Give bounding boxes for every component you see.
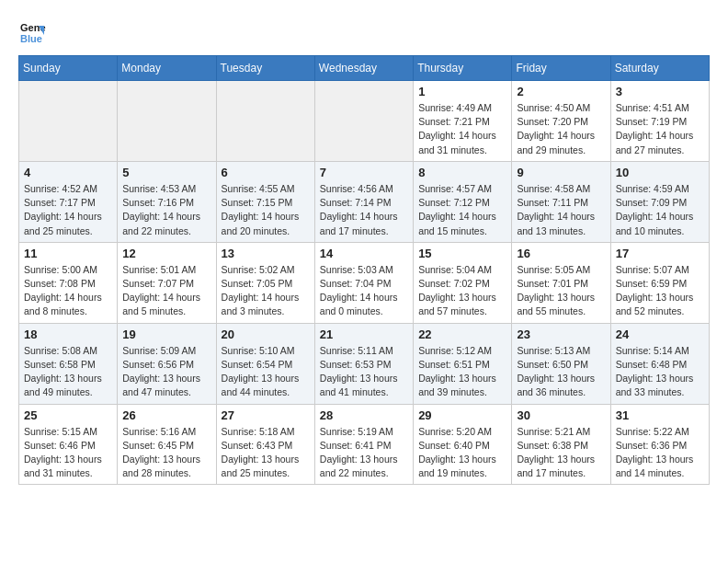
day-info: Sunrise: 5:05 AM Sunset: 7:01 PM Dayligh… xyxy=(517,263,605,319)
day-number: 3 xyxy=(616,85,704,98)
day-info: Sunrise: 4:49 AM Sunset: 7:21 PM Dayligh… xyxy=(418,101,506,157)
calendar-week-row: 25Sunrise: 5:15 AM Sunset: 6:46 PM Dayli… xyxy=(19,404,710,485)
day-number: 28 xyxy=(320,408,408,422)
day-number: 27 xyxy=(222,408,310,422)
logo: General Blue xyxy=(18,18,50,46)
svg-text:Blue: Blue xyxy=(20,33,42,44)
calendar-day-cell: 5Sunrise: 4:53 AM Sunset: 7:16 PM Daylig… xyxy=(118,161,216,242)
weekday-header: Tuesday xyxy=(216,56,314,81)
day-number: 11 xyxy=(24,247,112,260)
calendar-day-cell: 3Sunrise: 4:51 AM Sunset: 7:19 PM Daylig… xyxy=(610,81,709,162)
day-number: 18 xyxy=(24,327,112,341)
day-number: 7 xyxy=(320,166,408,179)
calendar-day-cell: 20Sunrise: 5:10 AM Sunset: 6:54 PM Dayli… xyxy=(216,323,314,404)
calendar-day-cell: 1Sunrise: 4:49 AM Sunset: 7:21 PM Daylig… xyxy=(414,81,512,162)
day-info: Sunrise: 4:59 AM Sunset: 7:09 PM Dayligh… xyxy=(616,182,704,238)
day-info: Sunrise: 5:20 AM Sunset: 6:40 PM Dayligh… xyxy=(418,425,506,481)
calendar-day-cell: 11Sunrise: 5:00 AM Sunset: 7:08 PM Dayli… xyxy=(19,242,118,323)
page-header: General Blue xyxy=(18,18,710,46)
day-info: Sunrise: 4:57 AM Sunset: 7:12 PM Dayligh… xyxy=(418,182,506,238)
day-info: Sunrise: 5:22 AM Sunset: 6:36 PM Dayligh… xyxy=(616,425,704,481)
day-info: Sunrise: 5:13 AM Sunset: 6:50 PM Dayligh… xyxy=(517,344,605,400)
day-info: Sunrise: 5:21 AM Sunset: 6:38 PM Dayligh… xyxy=(517,425,605,481)
day-info: Sunrise: 5:16 AM Sunset: 6:45 PM Dayligh… xyxy=(122,425,210,481)
weekday-header: Saturday xyxy=(610,56,709,81)
day-info: Sunrise: 5:11 AM Sunset: 6:53 PM Dayligh… xyxy=(320,344,408,400)
weekday-header: Monday xyxy=(118,56,216,81)
calendar: SundayMondayTuesdayWednesdayThursdayFrid… xyxy=(18,55,710,485)
day-info: Sunrise: 5:04 AM Sunset: 7:02 PM Dayligh… xyxy=(418,263,506,319)
day-info: Sunrise: 5:09 AM Sunset: 6:56 PM Dayligh… xyxy=(122,344,210,400)
day-number: 20 xyxy=(222,327,310,341)
day-number: 26 xyxy=(122,408,210,422)
day-number: 31 xyxy=(616,408,704,422)
calendar-day-cell: 14Sunrise: 5:03 AM Sunset: 7:04 PM Dayli… xyxy=(314,242,413,323)
weekday-header: Sunday xyxy=(19,56,118,81)
day-number: 1 xyxy=(418,85,506,98)
calendar-day-cell xyxy=(216,81,314,162)
day-info: Sunrise: 5:15 AM Sunset: 6:46 PM Dayligh… xyxy=(24,425,112,481)
calendar-week-row: 18Sunrise: 5:08 AM Sunset: 6:58 PM Dayli… xyxy=(19,323,710,404)
calendar-day-cell: 4Sunrise: 4:52 AM Sunset: 7:17 PM Daylig… xyxy=(19,161,118,242)
day-info: Sunrise: 4:58 AM Sunset: 7:11 PM Dayligh… xyxy=(517,182,605,238)
calendar-week-row: 11Sunrise: 5:00 AM Sunset: 7:08 PM Dayli… xyxy=(19,242,710,323)
day-number: 4 xyxy=(24,166,112,179)
calendar-day-cell: 2Sunrise: 4:50 AM Sunset: 7:20 PM Daylig… xyxy=(512,81,610,162)
calendar-day-cell: 15Sunrise: 5:04 AM Sunset: 7:02 PM Dayli… xyxy=(414,242,512,323)
calendar-day-cell: 22Sunrise: 5:12 AM Sunset: 6:51 PM Dayli… xyxy=(414,323,512,404)
calendar-day-cell xyxy=(314,81,413,162)
weekday-header: Friday xyxy=(512,56,610,81)
calendar-day-cell: 7Sunrise: 4:56 AM Sunset: 7:14 PM Daylig… xyxy=(314,161,413,242)
calendar-day-cell: 10Sunrise: 4:59 AM Sunset: 7:09 PM Dayli… xyxy=(610,161,709,242)
logo-icon: General Blue xyxy=(18,18,46,46)
day-info: Sunrise: 5:03 AM Sunset: 7:04 PM Dayligh… xyxy=(320,263,408,319)
day-info: Sunrise: 4:50 AM Sunset: 7:20 PM Dayligh… xyxy=(517,101,605,157)
day-number: 30 xyxy=(517,408,605,422)
day-number: 8 xyxy=(418,166,506,179)
calendar-day-cell xyxy=(19,81,118,162)
calendar-day-cell: 27Sunrise: 5:18 AM Sunset: 6:43 PM Dayli… xyxy=(216,404,314,485)
calendar-header-row: SundayMondayTuesdayWednesdayThursdayFrid… xyxy=(19,56,710,81)
calendar-week-row: 1Sunrise: 4:49 AM Sunset: 7:21 PM Daylig… xyxy=(19,81,710,162)
calendar-day-cell: 18Sunrise: 5:08 AM Sunset: 6:58 PM Dayli… xyxy=(19,323,118,404)
day-number: 23 xyxy=(517,327,605,341)
day-info: Sunrise: 5:07 AM Sunset: 6:59 PM Dayligh… xyxy=(616,263,704,319)
day-number: 19 xyxy=(122,327,210,341)
day-number: 24 xyxy=(616,327,704,341)
day-info: Sunrise: 4:53 AM Sunset: 7:16 PM Dayligh… xyxy=(122,182,210,238)
day-info: Sunrise: 5:14 AM Sunset: 6:48 PM Dayligh… xyxy=(616,344,704,400)
calendar-day-cell: 6Sunrise: 4:55 AM Sunset: 7:15 PM Daylig… xyxy=(216,161,314,242)
calendar-day-cell: 29Sunrise: 5:20 AM Sunset: 6:40 PM Dayli… xyxy=(414,404,512,485)
day-info: Sunrise: 5:10 AM Sunset: 6:54 PM Dayligh… xyxy=(222,344,310,400)
day-number: 6 xyxy=(222,166,310,179)
day-info: Sunrise: 5:08 AM Sunset: 6:58 PM Dayligh… xyxy=(24,344,112,400)
weekday-header: Wednesday xyxy=(314,56,413,81)
calendar-day-cell: 17Sunrise: 5:07 AM Sunset: 6:59 PM Dayli… xyxy=(610,242,709,323)
day-info: Sunrise: 4:55 AM Sunset: 7:15 PM Dayligh… xyxy=(222,182,310,238)
day-number: 2 xyxy=(517,85,605,98)
day-number: 9 xyxy=(517,166,605,179)
day-number: 14 xyxy=(320,247,408,260)
day-info: Sunrise: 4:52 AM Sunset: 7:17 PM Dayligh… xyxy=(24,182,112,238)
calendar-week-row: 4Sunrise: 4:52 AM Sunset: 7:17 PM Daylig… xyxy=(19,161,710,242)
day-number: 12 xyxy=(122,247,210,260)
calendar-day-cell: 24Sunrise: 5:14 AM Sunset: 6:48 PM Dayli… xyxy=(610,323,709,404)
day-number: 25 xyxy=(24,408,112,422)
day-info: Sunrise: 4:56 AM Sunset: 7:14 PM Dayligh… xyxy=(320,182,408,238)
day-number: 29 xyxy=(418,408,506,422)
calendar-day-cell: 9Sunrise: 4:58 AM Sunset: 7:11 PM Daylig… xyxy=(512,161,610,242)
calendar-day-cell: 21Sunrise: 5:11 AM Sunset: 6:53 PM Dayli… xyxy=(314,323,413,404)
day-info: Sunrise: 5:18 AM Sunset: 6:43 PM Dayligh… xyxy=(222,425,310,481)
day-info: Sunrise: 4:51 AM Sunset: 7:19 PM Dayligh… xyxy=(616,101,704,157)
calendar-day-cell: 25Sunrise: 5:15 AM Sunset: 6:46 PM Dayli… xyxy=(19,404,118,485)
day-info: Sunrise: 5:02 AM Sunset: 7:05 PM Dayligh… xyxy=(222,263,310,319)
day-number: 15 xyxy=(418,247,506,260)
day-number: 22 xyxy=(418,327,506,341)
day-number: 10 xyxy=(616,166,704,179)
weekday-header: Thursday xyxy=(414,56,512,81)
day-number: 5 xyxy=(122,166,210,179)
calendar-day-cell: 28Sunrise: 5:19 AM Sunset: 6:41 PM Dayli… xyxy=(314,404,413,485)
calendar-day-cell: 26Sunrise: 5:16 AM Sunset: 6:45 PM Dayli… xyxy=(118,404,216,485)
day-info: Sunrise: 5:00 AM Sunset: 7:08 PM Dayligh… xyxy=(24,263,112,319)
day-number: 21 xyxy=(320,327,408,341)
